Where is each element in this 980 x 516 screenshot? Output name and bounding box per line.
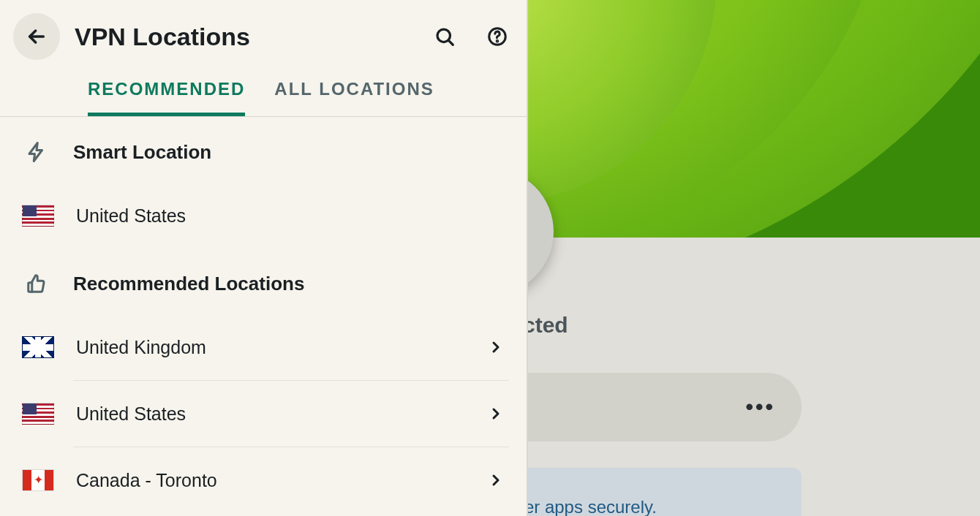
chevron-right-icon [487, 405, 505, 422]
panel-header: VPN Locations [0, 0, 527, 60]
location-label: United States [76, 403, 465, 425]
help-button[interactable] [486, 25, 509, 48]
location-label: United States [76, 205, 505, 227]
flag-ca-icon: ✦ [22, 469, 54, 491]
flag-us-icon [22, 403, 54, 425]
section-recommended: Recommended Locations [0, 248, 527, 314]
location-label: Canada - Toronto [76, 470, 465, 491]
locations-panel: VPN Locations RECOMMENDED ALL LOCATIONS … [0, 0, 527, 516]
section-label: Smart Location [73, 141, 211, 164]
back-button[interactable] [13, 13, 60, 60]
location-row-uk[interactable]: United Kingdom [0, 314, 527, 380]
chevron-right-icon [487, 338, 505, 356]
arrow-left-icon [25, 25, 48, 48]
search-icon [434, 26, 456, 48]
flag-us-icon [22, 205, 54, 227]
location-row-ca[interactable]: ✦ Canada - Toronto [0, 447, 527, 513]
section-smart-location: Smart Location [0, 117, 527, 183]
section-label: Recommended Locations [73, 273, 304, 295]
lightning-icon [22, 141, 51, 163]
help-icon [486, 26, 508, 48]
location-label: United Kingdom [76, 337, 465, 358]
more-icon[interactable]: ••• [745, 395, 775, 420]
search-button[interactable] [433, 25, 456, 48]
tab-all-locations[interactable]: ALL LOCATIONS [274, 79, 434, 116]
thumbs-up-icon [22, 273, 51, 295]
smart-location-row[interactable]: United States [0, 183, 527, 248]
svg-point-2 [497, 41, 498, 42]
flag-uk-icon [22, 336, 54, 358]
tabs: RECOMMENDED ALL LOCATIONS [0, 60, 527, 116]
chevron-right-icon [487, 471, 505, 489]
tab-recommended[interactable]: RECOMMENDED [88, 79, 245, 116]
location-row-us[interactable]: United States [0, 381, 527, 447]
panel-title: VPN Locations [75, 23, 404, 51]
